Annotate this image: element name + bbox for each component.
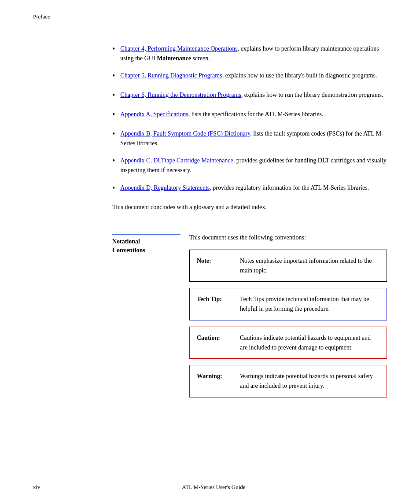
section-label: Notational Conventions	[112, 234, 181, 254]
bullet-text: Chapter 6, Running the Demonstration Pro…	[120, 90, 387, 100]
bullet-dot: •	[112, 155, 115, 167]
bullet-dot: •	[112, 89, 115, 102]
bullet-dot: •	[112, 182, 115, 195]
warning-label: Warning:	[197, 372, 236, 381]
caution-box: Caution: Cautions indicate potential haz…	[189, 327, 387, 359]
header-label: Preface	[33, 13, 50, 20]
bullet-text: Chapter 5, Running Diagnostic Programs, …	[120, 71, 387, 81]
bullet-text: Appendix B, Fault Symptom Code (FSC) Dic…	[120, 129, 387, 148]
section-content-col: This document uses the following convent…	[189, 233, 387, 403]
list-item: • Chapter 6, Running the Demonstration P…	[112, 90, 387, 102]
warning-text: Warnings indicate potential hazards to p…	[240, 372, 379, 390]
appendixD-link[interactable]: Appendix D, Regulatory Statements	[120, 184, 210, 191]
appendixB-link[interactable]: Appendix B, Fault Symptom Code (FSC) Dic…	[120, 130, 250, 137]
tech-tip-text: Tech Tips provide technical information …	[240, 294, 379, 313]
tech-tip-label: Tech Tip:	[197, 294, 236, 304]
list-item: • Appendix D, Regulatory Statements, pro…	[112, 183, 387, 195]
footer: xiv ATL M-Series User's Guide	[0, 484, 420, 491]
chapter6-link[interactable]: Chapter 6, Running the Demonstration Pro…	[120, 92, 241, 98]
note-text: Notes emphasize important information re…	[240, 256, 379, 275]
caution-label: Caution:	[197, 333, 236, 343]
footer-left: xiv	[33, 484, 41, 491]
tech-tip-box: Tech Tip: Tech Tips provide technical in…	[189, 288, 387, 320]
list-item: • Appendix C, DLTtape Cartridge Maintena…	[112, 156, 387, 175]
page: Preface • Chapter 4, Performing Maintena…	[0, 0, 420, 504]
chapter4-link[interactable]: Chapter 4, Performing Maintenance Operat…	[120, 45, 237, 52]
main-content: • Chapter 4, Performing Maintenance Oper…	[112, 44, 387, 404]
conventions-intro: This document uses the following convent…	[189, 233, 387, 243]
bullet-dot: •	[112, 128, 115, 140]
note-box: Note: Notes emphasize important informat…	[189, 250, 387, 282]
section-label-line2: Conventions	[112, 247, 145, 254]
bullet-text: Appendix A, Specifications, lists the sp…	[120, 110, 387, 119]
bullet-list: • Chapter 4, Performing Maintenance Oper…	[112, 44, 387, 195]
warning-box: Warning: Warnings indicate potential haz…	[189, 365, 387, 397]
footer-center: ATL M-Series User's Guide	[41, 484, 387, 491]
caution-text: Cautions indicate potential hazards to e…	[240, 333, 379, 352]
list-item: • Appendix B, Fault Symptom Code (FSC) D…	[112, 129, 387, 148]
bullet-dot: •	[112, 43, 115, 55]
list-item: • Chapter 4, Performing Maintenance Oper…	[112, 44, 387, 63]
section-label-line1: Notational	[112, 238, 140, 245]
list-item: • Appendix A, Specifications, lists the …	[112, 110, 387, 121]
appendixC-link[interactable]: Appendix C, DLTtape Cartridge Maintenanc…	[120, 157, 233, 164]
notational-conventions-section: Notational Conventions This document use…	[112, 233, 387, 403]
bullet-text: Appendix C, DLTtape Cartridge Maintenanc…	[120, 156, 387, 175]
note-label: Note:	[197, 256, 236, 266]
bullet-dot: •	[112, 70, 115, 82]
bold-maintenance: Maintenance	[157, 55, 191, 62]
bullet-dot: •	[112, 109, 115, 121]
section-label-col: Notational Conventions	[112, 233, 189, 254]
chapter5-link[interactable]: Chapter 5, Running Diagnostic Programs	[120, 72, 222, 79]
bullet-text: Appendix D, Regulatory Statements, provi…	[120, 183, 387, 193]
bullet-text: Chapter 4, Performing Maintenance Operat…	[120, 44, 387, 63]
list-item: • Chapter 5, Running Diagnostic Programs…	[112, 71, 387, 82]
appendixA-link[interactable]: Appendix A, Specifications	[120, 111, 188, 118]
concludes-text: This document concludes with a glossary …	[112, 202, 387, 212]
